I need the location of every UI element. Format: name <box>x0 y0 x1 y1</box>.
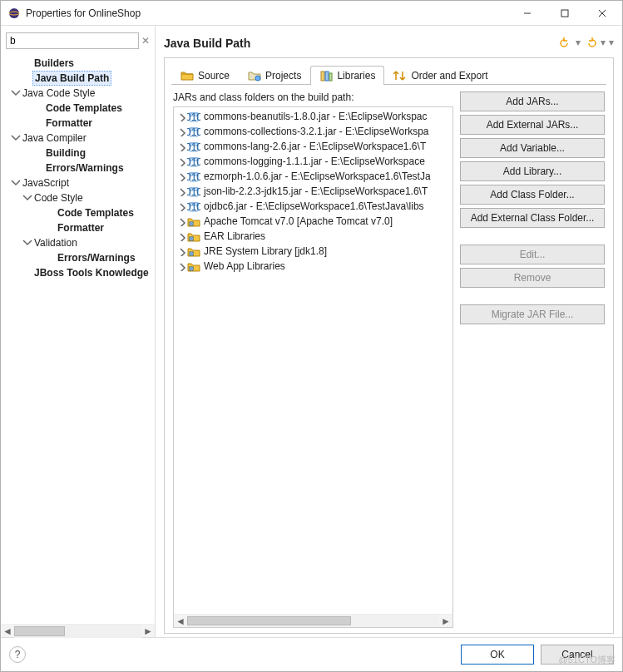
tab-libraries[interactable]: Libraries <box>310 66 384 85</box>
maximize-button[interactable] <box>546 2 583 25</box>
forward-icon[interactable] <box>584 37 597 50</box>
library-icon <box>187 245 200 258</box>
tree-item[interactable]: Building <box>4 146 155 161</box>
tab-bar: SourceProjectsLibrariesOrder and Export <box>166 60 611 84</box>
tree-item[interactable]: JBoss Tools Knowledge <box>4 265 155 280</box>
list-item[interactable]: Web App Libraries <box>174 259 452 274</box>
remove-button[interactable]: Remove <box>460 268 605 288</box>
chevron-right-icon[interactable] <box>176 126 187 136</box>
list-item[interactable]: json-lib-2.2.3-jdk15.jar - E:\EclipseWor… <box>174 184 452 199</box>
clear-filter-icon[interactable]: ✕ <box>141 33 150 48</box>
list-item[interactable]: EAR Libraries <box>174 229 452 244</box>
order-icon <box>393 69 407 82</box>
close-button[interactable] <box>583 2 621 25</box>
help-icon[interactable]: ? <box>9 646 26 663</box>
tree-item-label: Java Build Path <box>32 71 111 86</box>
cancel-button[interactable]: Cancel <box>541 645 614 665</box>
chevron-down-icon[interactable] <box>9 176 21 190</box>
tree-item[interactable]: Java Compiler <box>4 131 155 146</box>
jar-icon <box>187 185 200 198</box>
tree-item[interactable]: JavaScript <box>4 175 155 190</box>
list-item[interactable]: Apache Tomcat v7.0 [Apache Tomcat v7.0] <box>174 214 452 229</box>
tab-source[interactable]: Source <box>171 66 239 85</box>
svg-rect-11 <box>561 10 568 17</box>
list-item-label: commons-beanutils-1.8.0.jar - E:\Eclipse… <box>204 111 428 122</box>
tree-item-label: Errors/Warnings <box>56 251 137 264</box>
chevron-down-icon[interactable] <box>9 131 21 145</box>
tree-item[interactable]: Validation <box>4 235 155 250</box>
edit-button[interactable]: Edit... <box>460 245 605 264</box>
chevron-down-icon[interactable] <box>9 86 21 100</box>
tree-item-label: Code Style <box>32 191 85 205</box>
list-label: JARs and class folders on the build path… <box>173 91 453 103</box>
tree-item-label: Formatter <box>44 116 94 130</box>
category-tree[interactable]: BuildersJava Build PathJava Code StyleCo… <box>1 54 155 624</box>
back-icon[interactable] <box>559 37 572 50</box>
add-external-class-folder-button[interactable]: Add External Class Folder... <box>460 208 605 228</box>
list-item-label: commons-lang-2.6.jar - E:\EclipseWorkspa… <box>204 141 426 152</box>
tree-item-label: Validation <box>32 236 79 250</box>
chevron-down-icon[interactable] <box>21 236 32 250</box>
library-icon <box>187 215 200 228</box>
jar-icon <box>187 125 200 138</box>
list-item[interactable]: ezmorph-1.0.6.jar - E:\EclipseWorkspace1… <box>174 169 452 184</box>
chevron-right-icon[interactable] <box>176 201 187 211</box>
list-item[interactable]: commons-collections-3.2.1.jar - E:\Eclip… <box>174 124 452 139</box>
tree-item[interactable]: Java Code Style <box>4 86 155 101</box>
add-jars-button[interactable]: Add JARs... <box>460 91 605 111</box>
dropdown-icon[interactable]: ▾ <box>601 37 606 50</box>
side-buttons: Add JARs... Add External JARs... Add Var… <box>460 91 605 628</box>
jar-list[interactable]: commons-beanutils-1.8.0.jar - E:\Eclipse… <box>173 106 453 628</box>
add-class-folder-button[interactable]: Add Class Folder... <box>460 185 605 205</box>
minimize-button[interactable] <box>508 2 546 25</box>
chevron-right-icon[interactable] <box>176 156 187 166</box>
list-item-label: ezmorph-1.0.6.jar - E:\EclipseWorkspace1… <box>204 170 431 182</box>
tree-item[interactable]: Code Style <box>4 190 155 205</box>
chevron-right-icon[interactable] <box>176 171 187 181</box>
tab-order[interactable]: Order and Export <box>384 66 497 85</box>
chevron-right-icon[interactable] <box>176 231 187 241</box>
list-item[interactable]: ojdbc6.jar - E:\EclipseWorkspace1.6\Test… <box>174 199 452 214</box>
chevron-right-icon[interactable] <box>176 261 187 271</box>
tree-item[interactable]: Errors/Warnings <box>4 250 155 265</box>
jar-icon <box>187 110 200 123</box>
jarlist-hscrollbar[interactable]: ◄► <box>174 614 452 627</box>
list-item-label: json-lib-2.2.3-jdk15.jar - E:\EclipseWor… <box>204 185 428 197</box>
menu-icon[interactable]: ▾ <box>609 37 614 50</box>
chevron-right-icon[interactable] <box>176 216 187 226</box>
tree-item-label: JBoss Tools Knowledge <box>32 266 151 279</box>
tree-item-label: Building <box>44 146 87 160</box>
tree-item[interactable]: Code Templates <box>4 205 155 220</box>
list-item-label: EAR Libraries <box>204 230 265 242</box>
dropdown-icon[interactable]: ▾ <box>576 37 581 50</box>
list-item-label: Web App Libraries <box>204 260 285 272</box>
tree-item[interactable]: Formatter <box>4 116 155 131</box>
tree-item[interactable]: Errors/Warnings <box>4 161 155 175</box>
list-item-label: commons-logging-1.1.1.jar - E:\EclipseWo… <box>204 156 425 167</box>
chevron-right-icon[interactable] <box>176 141 187 151</box>
chevron-right-icon[interactable] <box>176 111 187 121</box>
tree-hscrollbar[interactable]: ◄► <box>1 624 155 637</box>
source-icon <box>180 69 194 82</box>
chevron-right-icon[interactable] <box>176 246 187 256</box>
tab-projects[interactable]: Projects <box>239 66 310 85</box>
list-item[interactable]: commons-beanutils-1.8.0.jar - E:\Eclipse… <box>174 109 452 124</box>
list-item[interactable]: commons-lang-2.6.jar - E:\EclipseWorkspa… <box>174 139 452 154</box>
properties-dialog: Properties for OnlineShop ✕ BuildersJava… <box>0 0 623 672</box>
chevron-down-icon[interactable] <box>21 191 32 205</box>
page-panel: Java Build Path ▾ ▾ ▾ SourceProjectsLibr… <box>156 26 622 637</box>
add-variable-button[interactable]: Add Variable... <box>460 138 605 158</box>
tree-item[interactable]: Code Templates <box>4 101 155 116</box>
tree-item[interactable]: Builders <box>4 56 155 71</box>
migrate-jar-button[interactable]: Migrate JAR File... <box>460 304 605 324</box>
list-item[interactable]: JRE System Library [jdk1.8] <box>174 244 452 259</box>
add-library-button[interactable]: Add Library... <box>460 161 605 181</box>
window-title: Properties for OnlineShop <box>26 7 508 19</box>
ok-button[interactable]: OK <box>461 645 534 665</box>
chevron-right-icon[interactable] <box>176 186 187 196</box>
list-item[interactable]: commons-logging-1.1.1.jar - E:\EclipseWo… <box>174 154 452 169</box>
tree-item[interactable]: Java Build Path <box>4 71 155 86</box>
tree-item[interactable]: Formatter <box>4 220 155 235</box>
filter-input[interactable] <box>6 32 139 49</box>
add-external-jars-button[interactable]: Add External JARs... <box>460 115 605 135</box>
